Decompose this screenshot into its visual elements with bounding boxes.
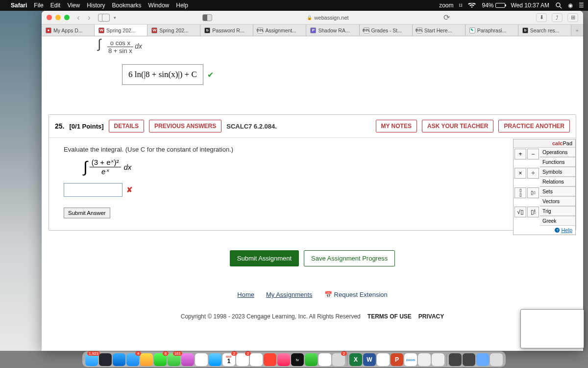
dock-podcasts[interactable] bbox=[181, 353, 194, 366]
forward-button[interactable]: › bbox=[84, 13, 94, 22]
battery-status[interactable]: 94% bbox=[482, 2, 505, 9]
dock-folder2[interactable] bbox=[463, 353, 475, 366]
dock-preview-doc2[interactable] bbox=[432, 353, 444, 366]
spotlight-icon[interactable] bbox=[555, 2, 562, 9]
dock-folder1[interactable] bbox=[449, 353, 462, 366]
calcpad-category[interactable]: Vectors bbox=[540, 196, 575, 206]
calcpad-category[interactable]: Symbols bbox=[540, 167, 575, 177]
privacy-link[interactable]: PRIVACY bbox=[418, 313, 444, 320]
menu-edit[interactable]: Edit bbox=[50, 2, 61, 9]
zoom-menubar-icon[interactable]: zoom bbox=[439, 2, 453, 9]
new-tab-button[interactable]: + bbox=[571, 25, 583, 36]
share-button[interactable]: ⤴ bbox=[552, 13, 563, 22]
dock-appstore[interactable]: 4 bbox=[126, 353, 139, 366]
dock-music[interactable] bbox=[277, 353, 290, 366]
browser-tab[interactable]: D2LAssignment... bbox=[253, 25, 306, 36]
dock-excel[interactable]: X bbox=[349, 353, 362, 366]
dock-finder[interactable]: 1,923 bbox=[85, 353, 98, 366]
fullscreen-window-button[interactable] bbox=[64, 15, 70, 20]
calcpad-category[interactable]: Greek bbox=[540, 216, 575, 226]
menu-file[interactable]: File bbox=[34, 2, 43, 9]
wifi-icon[interactable] bbox=[468, 3, 476, 8]
dock-powerpoint[interactable]: P bbox=[391, 353, 403, 366]
calcpad-category[interactable]: Operations bbox=[540, 148, 575, 157]
calcpad-plus-button[interactable]: + bbox=[514, 149, 526, 159]
calcpad-category[interactable]: Trig bbox=[540, 206, 575, 216]
my-assignments-link[interactable]: My Assignments bbox=[266, 291, 313, 298]
dock-safari[interactable] bbox=[113, 353, 125, 366]
picture-in-picture-preview[interactable] bbox=[520, 309, 584, 348]
menu-window[interactable]: Window bbox=[148, 2, 170, 9]
browser-tab[interactable]: D2LGrades - St... bbox=[360, 25, 413, 36]
menu-view[interactable]: View bbox=[67, 2, 80, 9]
menu-history[interactable]: History bbox=[87, 2, 105, 9]
dock-downloads[interactable] bbox=[476, 353, 489, 366]
dock-preview-doc1[interactable] bbox=[418, 353, 431, 366]
browser-tab[interactable]: ✎Paraphrasi... bbox=[466, 25, 518, 36]
calcpad-divide-button[interactable]: ÷ bbox=[527, 168, 539, 179]
browser-tab[interactable]: PShadow RA... bbox=[306, 25, 359, 36]
save-progress-button[interactable]: Save Assignment Progress bbox=[304, 250, 395, 266]
dock-tv[interactable]: tv bbox=[291, 353, 304, 366]
calcpad-exponent-button[interactable]: ▯▯ bbox=[527, 187, 539, 198]
tab-overview-button[interactable]: ⊞ bbox=[567, 13, 578, 22]
downloads-button[interactable]: ⬇ bbox=[536, 13, 547, 22]
practice-another-button[interactable]: PRACTICE ANOTHER bbox=[498, 120, 570, 132]
browser-tab[interactable]: bSearch res... bbox=[518, 25, 571, 36]
dock-tips[interactable] bbox=[140, 353, 153, 366]
calcpad-fraction-button[interactable]: ▯▯ bbox=[514, 187, 526, 198]
dock-notes[interactable] bbox=[250, 353, 263, 366]
calcpad-category[interactable]: Sets bbox=[540, 186, 575, 196]
details-button[interactable]: DETAILS bbox=[109, 120, 144, 132]
browser-tab[interactable]: D2LStart Here... bbox=[413, 25, 466, 36]
screen-mirroring-icon[interactable]: ⌑ bbox=[459, 2, 462, 9]
reload-button[interactable]: ⟳ bbox=[443, 13, 450, 22]
close-window-button[interactable] bbox=[47, 15, 52, 20]
clock[interactable]: Wed 10:37 AM bbox=[511, 2, 550, 9]
request-extension-link[interactable]: 📅 Request Extension bbox=[324, 291, 388, 298]
my-notes-button[interactable]: MY NOTES bbox=[376, 120, 417, 132]
browser-tab[interactable]: ●My Apps D... bbox=[42, 25, 95, 36]
menu-bookmarks[interactable]: Bookmarks bbox=[112, 2, 142, 9]
address-bar[interactable]: 🔒 webassign.net bbox=[307, 15, 348, 21]
dock-word[interactable]: W bbox=[363, 353, 376, 366]
app-menu[interactable]: Safari bbox=[11, 2, 27, 9]
control-center-icon[interactable]: ☰ bbox=[579, 2, 584, 9]
calcpad-factorial-button[interactable]: ▯! bbox=[527, 207, 539, 217]
dock-trash[interactable] bbox=[490, 353, 503, 366]
minimize-window-button[interactable] bbox=[55, 15, 61, 20]
dock-news[interactable] bbox=[264, 353, 276, 366]
back-button[interactable]: ‹ bbox=[74, 13, 83, 22]
previous-answers-button[interactable]: PREVIOUS ANSWERS bbox=[149, 120, 221, 132]
menu-help[interactable]: Help bbox=[176, 2, 188, 9]
dock-chrome[interactable] bbox=[377, 353, 390, 366]
dock-launchpad[interactable] bbox=[99, 353, 112, 366]
browser-tab[interactable]: WSpring 202... bbox=[95, 25, 147, 36]
dock-mail[interactable] bbox=[209, 353, 221, 366]
dock-numbers[interactable] bbox=[305, 353, 318, 366]
calcpad-category[interactable]: Functions bbox=[540, 157, 575, 167]
calcpad-category[interactable]: Relations bbox=[540, 177, 575, 186]
home-link[interactable]: Home bbox=[237, 291, 254, 298]
sidebar-toggle-button[interactable] bbox=[98, 14, 110, 22]
privacy-report-icon[interactable] bbox=[202, 14, 212, 21]
dock-calendar[interactable]: MAR 1 2 bbox=[222, 353, 235, 366]
browser-tab[interactable]: WSpring 202... bbox=[147, 25, 200, 36]
ask-teacher-button[interactable]: ASK YOUR TEACHER bbox=[422, 120, 493, 132]
dock-pages[interactable] bbox=[318, 353, 331, 366]
dock-zoom[interactable]: zoom bbox=[404, 353, 417, 366]
dock-reminders[interactable]: 2 bbox=[236, 353, 249, 366]
terms-of-use-link[interactable]: TERMS OF USE bbox=[368, 313, 412, 320]
siri-icon[interactable]: ◉ bbox=[568, 2, 573, 9]
submit-answer-button[interactable]: Submit Answer bbox=[64, 208, 110, 218]
dock-maps[interactable]: 161 bbox=[168, 353, 180, 366]
calcpad-times-button[interactable]: × bbox=[514, 168, 526, 179]
dock-system-preferences[interactable]: 2 bbox=[332, 353, 345, 366]
dock-messages[interactable]: 8 bbox=[154, 353, 167, 366]
tab-dropdown-icon[interactable]: ▾ bbox=[114, 15, 116, 20]
calcpad-minus-button[interactable]: − bbox=[527, 149, 539, 159]
calcpad-help-link[interactable]: ? Help bbox=[514, 226, 575, 235]
submit-assignment-button[interactable]: Submit Assignment bbox=[230, 250, 299, 266]
dock-photos[interactable] bbox=[195, 353, 208, 366]
browser-tab[interactable]: bPassword R... bbox=[200, 25, 253, 36]
